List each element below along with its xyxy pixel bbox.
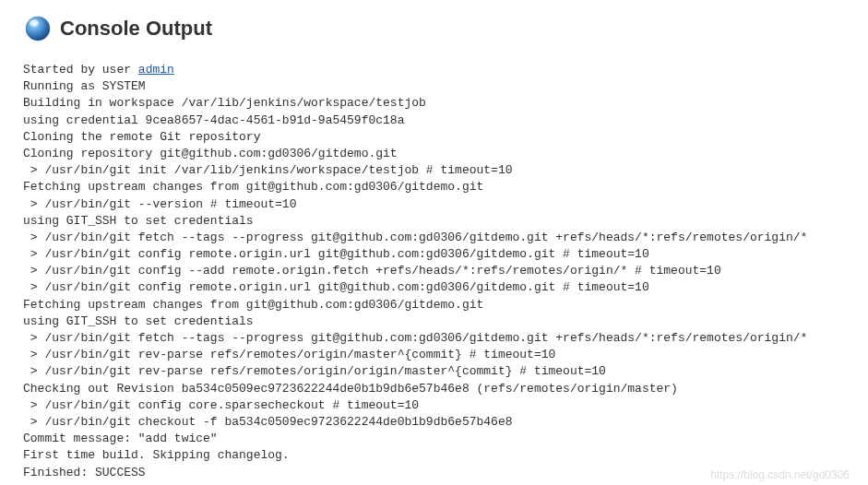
log-line-start: Started by user admin <box>23 63 174 77</box>
log-line: Checking out Revision ba534c0509ec972362… <box>23 382 678 396</box>
svg-point-0 <box>26 17 50 41</box>
log-line: > /usr/bin/git config remote.origin.url … <box>23 280 649 294</box>
page-header: Console Output <box>23 14 845 43</box>
log-line: > /usr/bin/git --version # timeout=10 <box>23 197 296 211</box>
log-line: Cloning the remote Git repository <box>23 130 260 144</box>
log-line: Fetching upstream changes from git@githu… <box>23 298 483 312</box>
log-line: Commit message: "add twice" <box>23 432 218 445</box>
log-line: > /usr/bin/git init /var/lib/jenkins/wor… <box>23 163 513 177</box>
user-link[interactable]: admin <box>138 63 174 77</box>
log-line: > /usr/bin/git checkout -f ba534c0509ec9… <box>23 415 513 429</box>
svg-point-1 <box>30 20 39 27</box>
log-line: using credential 9cea8657-4dac-4561-b91d… <box>23 113 404 127</box>
log-text: Started by user <box>23 63 138 77</box>
log-line: Cloning repository git@github.com:gd0306… <box>23 147 398 160</box>
log-line: > /usr/bin/git fetch --tags --progress g… <box>23 331 807 345</box>
log-line: > /usr/bin/git rev-parse refs/remotes/or… <box>23 364 606 378</box>
log-line: > /usr/bin/git config remote.origin.url … <box>23 247 649 261</box>
log-line: > /usr/bin/git config --add remote.origi… <box>23 264 721 278</box>
log-line: using GIT_SSH to set credentials <box>23 314 260 328</box>
log-line: using GIT_SSH to set credentials <box>23 214 260 228</box>
watermark: https://blog.csdn.net/gd0306 <box>710 468 850 481</box>
log-line: Fetching upstream changes from git@githu… <box>23 180 483 194</box>
page-title: Console Output <box>60 17 212 41</box>
log-line: First time build. Skipping changelog. <box>23 448 290 462</box>
log-line: Building in workspace /var/lib/jenkins/w… <box>23 96 426 110</box>
console-output: Started by user admin Running as SYSTEM … <box>23 62 845 481</box>
log-line: > /usr/bin/git rev-parse refs/remotes/or… <box>23 348 555 361</box>
status-orb-icon <box>23 14 53 43</box>
log-line: > /usr/bin/git fetch --tags --progress g… <box>23 231 807 244</box>
log-line: > /usr/bin/git config core.sparsecheckou… <box>23 398 419 412</box>
log-line: Running as SYSTEM <box>23 79 146 93</box>
log-line: Finished: SUCCESS <box>23 466 146 479</box>
